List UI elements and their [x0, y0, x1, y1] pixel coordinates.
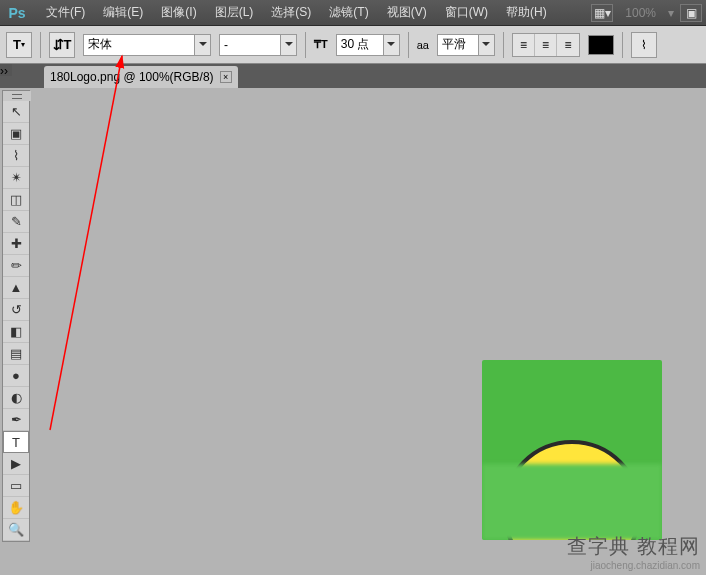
pen-tool-icon: ✒	[11, 412, 22, 427]
type-tool-preset[interactable]: T▾	[6, 32, 32, 58]
font-family-select[interactable]	[83, 34, 211, 56]
menu-filter[interactable]: 滤镜(T)	[321, 1, 376, 24]
dodge-tool-icon: ◐	[11, 390, 22, 405]
font-style-select[interactable]	[219, 34, 297, 56]
gradient-tool[interactable]: ▤	[3, 343, 29, 365]
document-tab-bar: 180Logo.png @ 100%(RGB/8) ×	[0, 64, 706, 88]
history-brush-tool[interactable]: ↺	[3, 299, 29, 321]
path-select-tool-icon: ▶	[11, 456, 21, 471]
menu-bar: Ps 文件(F) 编辑(E) 图像(I) 图层(L) 选择(S) 滤镜(T) 视…	[0, 0, 706, 26]
document-tab[interactable]: 180Logo.png @ 100%(RGB/8) ×	[44, 66, 238, 88]
menu-layer[interactable]: 图层(L)	[207, 1, 262, 24]
eraser-tool-icon: ◧	[10, 324, 22, 339]
chevron-down-icon[interactable]	[383, 35, 399, 55]
zoom-tool[interactable]: 🔍	[3, 519, 29, 541]
stamp-tool-icon: ▲	[10, 280, 23, 295]
divider	[503, 32, 504, 58]
text-color-swatch[interactable]	[588, 35, 614, 55]
brush-tool-icon: ✏	[11, 258, 22, 273]
workspace-switcher-icon[interactable]: ▦▾	[591, 4, 613, 22]
zoom-tool-icon: 🔍	[8, 522, 24, 537]
menu-edit[interactable]: 编辑(E)	[95, 1, 151, 24]
type-tool[interactable]: T	[3, 431, 29, 453]
eraser-tool[interactable]: ◧	[3, 321, 29, 343]
brush-tool[interactable]: ✏	[3, 255, 29, 277]
close-icon[interactable]: ×	[220, 71, 232, 83]
chevron-down-icon[interactable]	[194, 35, 210, 55]
font-family-input[interactable]	[84, 35, 194, 55]
lasso-tool-icon: ⌇	[13, 148, 19, 163]
stamp-tool[interactable]: ▲	[3, 277, 29, 299]
eyedropper-tool[interactable]: ✎	[3, 211, 29, 233]
text-align-group: ≡ ≡ ≡	[512, 33, 580, 57]
divider	[622, 32, 623, 58]
healing-tool-icon: ✚	[11, 236, 22, 251]
chevron-down-icon[interactable]: ▾	[668, 6, 674, 20]
tools-expand-handle[interactable]	[3, 91, 31, 101]
blur-tool-icon: ●	[12, 368, 20, 383]
shape-tool-icon: ▭	[10, 478, 22, 493]
font-style-input[interactable]	[220, 35, 280, 55]
gradient-tool-icon: ▤	[10, 346, 22, 361]
screen-mode-icon[interactable]: ▣	[680, 4, 702, 22]
chevron-down-icon[interactable]	[478, 35, 494, 55]
move-tool[interactable]: ↖	[3, 101, 29, 123]
lasso-tool[interactable]: ⌇	[3, 145, 29, 167]
watermark-url: jiaocheng.chazidian.com	[567, 560, 700, 571]
dodge-tool[interactable]: ◐	[3, 387, 29, 409]
marquee-tool-icon: ▣	[10, 126, 22, 141]
font-size-icon: ₸T	[314, 38, 328, 51]
shape-tool[interactable]: ▭	[3, 475, 29, 497]
menu-file[interactable]: 文件(F)	[38, 1, 93, 24]
pen-tool[interactable]: ✒	[3, 409, 29, 431]
crop-tool-icon: ◫	[10, 192, 22, 207]
antialias-select[interactable]	[437, 34, 495, 56]
align-center-button[interactable]: ≡	[535, 34, 557, 56]
eyedropper-tool-icon: ✎	[11, 214, 22, 229]
menu-image[interactable]: 图像(I)	[153, 1, 204, 24]
font-size-input[interactable]	[337, 35, 383, 55]
align-right-button[interactable]: ≡	[557, 34, 579, 56]
app-logo: Ps	[4, 3, 30, 23]
menu-view[interactable]: 视图(V)	[379, 1, 435, 24]
options-bar: T▾ ⇵T ₸T aa ≡ ≡ ≡ ⌇	[0, 26, 706, 64]
menu-select[interactable]: 选择(S)	[263, 1, 319, 24]
canvas-area[interactable]	[34, 88, 706, 575]
font-size-select[interactable]	[336, 34, 400, 56]
blur-tool[interactable]: ●	[3, 365, 29, 387]
align-left-button[interactable]: ≡	[513, 34, 535, 56]
hand-tool[interactable]: ✋	[3, 497, 29, 519]
tools-panel: ↖▣⌇✴◫✎✚✏▲↺◧▤●◐✒T▶▭✋🔍	[2, 90, 30, 542]
artwork-image	[482, 360, 662, 540]
magic-wand-tool[interactable]: ✴	[3, 167, 29, 189]
document-tab-title: 180Logo.png @ 100%(RGB/8)	[50, 70, 214, 84]
antialias-input[interactable]	[438, 35, 478, 55]
history-brush-tool-icon: ↺	[11, 302, 22, 317]
magic-wand-tool-icon: ✴	[11, 170, 22, 185]
marquee-tool[interactable]: ▣	[3, 123, 29, 145]
healing-tool[interactable]: ✚	[3, 233, 29, 255]
divider	[408, 32, 409, 58]
panel-collapse-handle[interactable]: ››	[0, 64, 12, 76]
menu-help[interactable]: 帮助(H)	[498, 1, 555, 24]
crop-tool[interactable]: ◫	[3, 189, 29, 211]
zoom-display: 100%	[619, 6, 662, 20]
menu-window[interactable]: 窗口(W)	[437, 1, 496, 24]
move-tool-icon: ↖	[11, 104, 22, 119]
divider	[305, 32, 306, 58]
watermark-title: 查字典 教程网	[567, 533, 700, 560]
blurred-region	[482, 464, 662, 540]
antialias-icon: aa	[417, 39, 429, 51]
warp-text-button[interactable]: ⌇	[631, 32, 657, 58]
watermark: 查字典 教程网 jiaocheng.chazidian.com	[567, 533, 700, 571]
hand-tool-icon: ✋	[8, 500, 24, 515]
chevron-down-icon[interactable]	[280, 35, 296, 55]
path-select-tool[interactable]: ▶	[3, 453, 29, 475]
divider	[40, 32, 41, 58]
text-orientation-toggle[interactable]: ⇵T	[49, 32, 75, 58]
type-tool-icon: T	[12, 435, 20, 450]
